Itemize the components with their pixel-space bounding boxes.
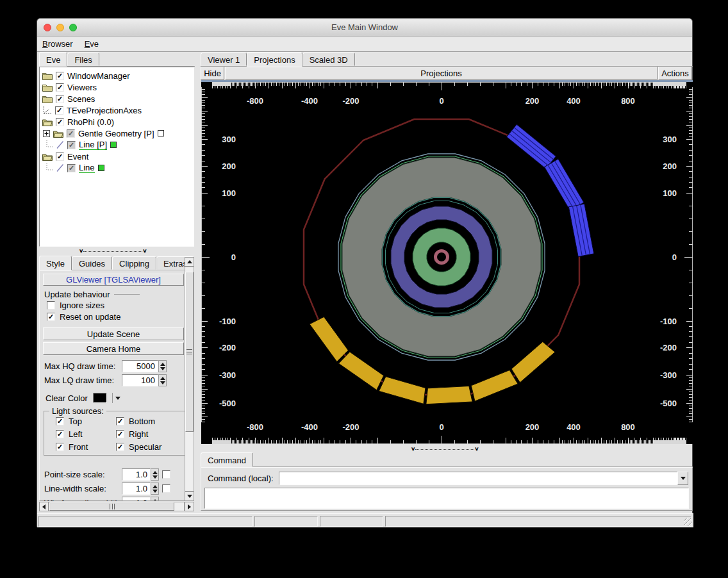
checkbox[interactable]: ✓	[56, 72, 64, 80]
ignore-sizes-option[interactable]: Ignore sizes	[47, 301, 104, 310]
tab-files[interactable]: Files	[67, 53, 99, 66]
command-input[interactable]	[279, 472, 677, 485]
tab-eve[interactable]: Eve	[39, 52, 67, 67]
update-behaviour-header: Update behaviour	[44, 290, 189, 299]
tree-item-rhophi[interactable]: ✓ RhoPhi (0.0)	[40, 116, 194, 128]
status-cell	[254, 516, 318, 527]
line-icon	[56, 163, 64, 172]
tree-item-event[interactable]: ✓ Event	[40, 151, 194, 162]
command-combobox[interactable]	[279, 472, 688, 485]
scroll-down-button[interactable]	[185, 491, 194, 501]
color-swatch[interactable]	[110, 142, 117, 148]
scroll-left-button[interactable]	[39, 502, 49, 511]
light-front-option[interactable]: ✓Front	[56, 442, 88, 452]
tree-item-scenes[interactable]: ✓ Scenes	[40, 93, 194, 104]
clear-color-dropdown[interactable]	[112, 393, 120, 403]
menu-eve[interactable]: Eve	[85, 39, 99, 49]
hide-button[interactable]: Hide	[201, 67, 224, 80]
title-bar[interactable]: Eve Main Window	[37, 19, 692, 37]
horizontal-scrollbar-thumb[interactable]	[49, 502, 174, 511]
menu-browser[interactable]: Browser	[42, 39, 73, 49]
light-right-option[interactable]: ✓Right	[116, 429, 148, 439]
actions-button[interactable]: Actions	[658, 67, 692, 80]
scroll-right-button[interactable]	[185, 502, 194, 511]
checkbox[interactable]: ✓	[116, 430, 124, 438]
tab-guides[interactable]: Guides	[72, 256, 112, 270]
color-swatch[interactable]	[98, 165, 104, 171]
color-swatch[interactable]	[158, 130, 164, 136]
light-bottom-option[interactable]: ✓Bottom	[116, 417, 155, 426]
checkbox[interactable]: ✓	[67, 141, 76, 149]
scrollbar-grip-icon	[186, 349, 192, 354]
sidebar-splitter[interactable]: ∨ ∨	[39, 247, 194, 255]
wireframe-row: Wireframe line width 1.0	[44, 497, 159, 501]
reset-on-update-option[interactable]: ✓ Reset on update	[47, 312, 120, 322]
svg-text:200: 200	[222, 161, 236, 171]
checkbox[interactable]: ✓	[56, 153, 64, 161]
svg-text:800: 800	[621, 422, 635, 432]
tree-item-windowmanager[interactable]: ✓ WindowManager	[40, 70, 194, 81]
checkbox[interactable]: ✓	[56, 118, 64, 126]
vertical-scrollbar-thumb[interactable]	[185, 272, 194, 432]
svg-text:-800: -800	[247, 422, 263, 432]
light-left-option[interactable]: ✓Left	[56, 429, 83, 439]
rhophi-projection-viewport[interactable]: -800-800-400-400-200-2000020020040040080…	[201, 82, 693, 444]
tab-projections[interactable]: Projections	[247, 52, 302, 67]
checkbox[interactable]	[162, 470, 170, 479]
tab-viewer-1[interactable]: Viewer 1	[201, 53, 247, 66]
splitter-chevron-icon: ∨	[474, 447, 479, 451]
resize-grip[interactable]	[684, 518, 692, 526]
status-cell	[385, 516, 691, 527]
checkbox[interactable]: ✓	[67, 164, 76, 172]
light-specular-option[interactable]: ✓Specular	[116, 442, 161, 452]
point-size-row: Point-size scale: 1.0	[44, 468, 170, 481]
checkbox[interactable]: ✓	[56, 95, 64, 103]
spin-down-icon	[160, 381, 165, 384]
tree-item-line-p[interactable]: ✓ Line [P]	[40, 139, 194, 151]
line-width-spinner[interactable]: 1.0	[122, 483, 159, 495]
tree-item-viewers[interactable]: ✓ Viewers	[40, 81, 194, 93]
axes-icon	[42, 106, 52, 115]
tree-item-gentle-geometry[interactable]: ✓ Gentle Geometry [P]	[40, 128, 194, 139]
max-lq-spinner[interactable]: 100	[122, 374, 167, 386]
tree-item-projectionaxes[interactable]: ✓ TEveProjectionAxes	[40, 104, 194, 116]
checkbox[interactable]: ✓	[116, 443, 124, 451]
camera-home-button[interactable]: Camera Home	[43, 342, 184, 355]
command-output[interactable]	[204, 488, 689, 509]
point-size-spinner[interactable]: 1.0	[122, 468, 159, 481]
object-tree[interactable]: ✓ WindowManager ✓ Viewers ✓ Scenes ✓ TEv…	[39, 67, 194, 247]
combo-dropdown-button[interactable]	[677, 472, 688, 485]
checkbox[interactable]: ✓	[56, 83, 64, 92]
viewer-title-bar[interactable]: Projections	[225, 67, 658, 80]
checkbox[interactable]: ✓	[55, 106, 63, 115]
checkbox[interactable]: ✓	[56, 430, 64, 438]
svg-text:100: 100	[663, 188, 677, 198]
checkbox[interactable]: ✓	[116, 417, 124, 425]
svg-text:-300: -300	[219, 370, 236, 380]
checkbox[interactable]: ✓	[56, 417, 64, 425]
wireframe-spinner[interactable]: 1.0	[122, 497, 159, 501]
tab-clipping[interactable]: Clipping	[112, 256, 156, 270]
max-hq-spinner[interactable]: 5000	[122, 360, 167, 372]
light-top-option[interactable]: ✓Top	[56, 417, 82, 426]
status-bar	[37, 513, 693, 527]
checkbox[interactable]: ✓	[47, 313, 55, 321]
tab-style[interactable]: Style	[39, 256, 72, 270]
folder-open-icon	[42, 153, 53, 161]
tree-item-line[interactable]: ✓ Line	[40, 162, 194, 174]
clear-color-swatch[interactable]	[93, 393, 107, 403]
checkbox[interactable]: ✓	[56, 443, 64, 451]
clear-color-row: Clear Color	[46, 393, 120, 403]
tab-scaled-3d[interactable]: Scaled 3D	[302, 53, 355, 66]
svg-text:-800: -800	[247, 96, 263, 106]
checkbox[interactable]: ✓	[67, 129, 75, 138]
max-lq-row: Max LQ draw time: 100	[44, 374, 167, 386]
line-icon	[56, 140, 64, 149]
update-scene-button[interactable]: Update Scene	[43, 327, 184, 340]
expand-icon[interactable]	[43, 130, 50, 137]
scroll-up-button[interactable]	[185, 257, 194, 267]
checkbox[interactable]	[47, 301, 55, 310]
glviewer-name-button[interactable]: GLViewer [TGLSAViewer]	[43, 274, 184, 286]
tab-command[interactable]: Command	[201, 452, 253, 467]
checkbox[interactable]	[162, 484, 170, 493]
